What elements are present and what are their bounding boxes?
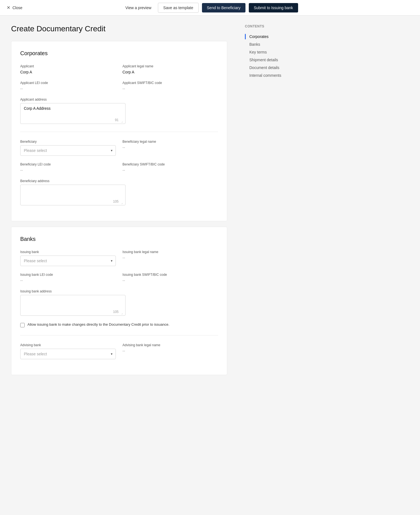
applicant-legal-name-value: Corp A (122, 70, 218, 74)
advising-bank-select-wrapper: Please select ▾ (20, 349, 116, 359)
issuing-bank-changes-checkbox[interactable] (20, 323, 25, 327)
applicant-swift-field: Applicant SWIFT/BIC code -- (122, 81, 218, 91)
beneficiary-swift-label: Beneficiary SWIFT/BIC code (122, 162, 218, 166)
advising-bank-legal-name-value: -- (122, 349, 218, 353)
issuing-bank-label: Issuing bank (20, 250, 116, 254)
banks-title: Banks (20, 236, 218, 242)
top-bar: ✕ Close View a preview Save as template … (0, 0, 420, 16)
beneficiary-select-wrapper: Please select ▾ (20, 145, 116, 156)
close-button[interactable]: ✕ Close (7, 5, 22, 10)
applicant-address-textarea[interactable]: Corp A Address (21, 103, 125, 123)
applicant-lei-swift-row: Applicant LEI code -- Applicant SWIFT/BI… (20, 81, 218, 91)
submit-issuing-button[interactable]: Submit to Issuing bank (249, 3, 298, 12)
resize-handle-icon[interactable]: ⌟ (121, 120, 124, 123)
beneficiary-legal-name-label: Beneficiary legal name (122, 140, 218, 144)
issuing-bank-select-wrapper: Please select ▾ (20, 256, 116, 266)
corporates-section: Corporates Applicant Corp A Applicant le… (11, 41, 227, 221)
sidebar-item-key-terms[interactable]: Key terms (245, 48, 293, 56)
top-bar-actions: View a preview Save as template Send to … (122, 3, 298, 13)
banks-section: Banks Issuing bank Please select ▾ Issui… (11, 227, 227, 375)
issuing-bank-swift-value: -- (122, 278, 218, 283)
issuing-bank-changes-label: Allow issuing bank to make changes direc… (27, 322, 169, 327)
sidebar-item-corporates[interactable]: Corporates (245, 33, 293, 40)
beneficiary-swift-value: -- (122, 168, 218, 172)
beneficiary-field: Beneficiary Please select ▾ (20, 140, 116, 156)
beneficiary-lei-value: -- (20, 168, 116, 172)
issuing-bank-lei-swift-row: Issuing bank LEI code -- Issuing bank SW… (20, 273, 218, 283)
banks-divider (20, 335, 218, 335)
applicant-swift-label: Applicant SWIFT/BIC code (122, 81, 218, 85)
beneficiary-address-row: Beneficiary address 105 ⌟ (20, 179, 218, 205)
applicant-address-char-count: 91 (115, 118, 119, 122)
issuing-bank-swift-field: Issuing bank SWIFT/BIC code -- (122, 273, 218, 283)
issuing-bank-legal-name-label: Issuing bank legal name (122, 250, 218, 254)
beneficiary-label: Beneficiary (20, 140, 116, 144)
advising-bank-legal-name-label: Advising bank legal name (122, 343, 218, 347)
issuing-bank-field: Issuing bank Please select ▾ (20, 250, 116, 266)
sidebar: Contents Corporates Banks Key terms Ship… (238, 16, 299, 515)
beneficiary-select[interactable]: Please select (20, 145, 116, 156)
content-area: Create Documentary Credit Corporates App… (0, 16, 238, 515)
main-layout: Create Documentary Credit Corporates App… (0, 16, 420, 515)
sidebar-item-internal-comments[interactable]: Internal comments (245, 72, 293, 79)
applicant-lei-label: Applicant LEI code (20, 81, 116, 85)
issuing-bank-lei-value: -- (20, 278, 116, 283)
close-label: Close (12, 6, 22, 10)
applicant-legal-name-label: Applicant legal name (122, 64, 218, 68)
issuing-bank-address-label: Issuing bank address (20, 289, 218, 293)
applicant-lei-value: -- (20, 86, 116, 91)
issuing-bank-legal-name-field: Issuing bank legal name -- (122, 250, 218, 266)
beneficiary-address-label: Beneficiary address (20, 179, 218, 183)
issuing-bank-lei-label: Issuing bank LEI code (20, 273, 116, 277)
issuing-bank-address-textarea[interactable] (21, 295, 125, 315)
beneficiary-row: Beneficiary Please select ▾ Beneficiary … (20, 140, 218, 156)
beneficiary-legal-name-value: -- (122, 145, 218, 150)
issuing-bank-address-textarea-wrapper: 105 ⌟ (20, 295, 126, 316)
beneficiary-swift-field: Beneficiary SWIFT/BIC code -- (122, 162, 218, 172)
issuing-bank-address-char-count: 105 (113, 310, 119, 314)
save-template-button[interactable]: Save as template (158, 3, 198, 13)
sidebar-item-shipment-details[interactable]: Shipment details (245, 56, 293, 64)
advising-bank-legal-name-field: Advising bank legal name -- (122, 343, 218, 359)
beneficiary-address-field: Beneficiary address 105 ⌟ (20, 179, 218, 205)
corporates-divider (20, 132, 218, 132)
issuing-bank-swift-label: Issuing bank SWIFT/BIC code (122, 273, 218, 277)
beneficiary-address-textarea[interactable] (21, 185, 125, 204)
advising-bank-field: Advising bank Please select ▾ (20, 343, 116, 359)
applicant-field: Applicant Corp A (20, 64, 116, 74)
corporates-title: Corporates (20, 50, 218, 57)
issuing-bank-select[interactable]: Please select (20, 256, 116, 266)
applicant-value: Corp A (20, 70, 116, 74)
applicant-row: Applicant Corp A Applicant legal name Co… (20, 64, 218, 74)
issuing-bank-address-row: Issuing bank address 105 ⌟ (20, 289, 218, 316)
issuing-bank-lei-field: Issuing bank LEI code -- (20, 273, 116, 283)
advising-bank-select[interactable]: Please select (20, 349, 116, 359)
beneficiary-lei-label: Beneficiary LEI code (20, 162, 116, 166)
issuing-bank-legal-name-value: -- (122, 256, 218, 260)
issuing-bank-address-field: Issuing bank address 105 ⌟ (20, 289, 218, 316)
issuing-bank-row: Issuing bank Please select ▾ Issuing ban… (20, 250, 218, 266)
applicant-lei-field: Applicant LEI code -- (20, 81, 116, 91)
beneficiary-resize-handle-icon[interactable]: ⌟ (121, 201, 124, 204)
beneficiary-address-char-count: 105 (113, 200, 119, 203)
sidebar-item-banks[interactable]: Banks (245, 40, 293, 48)
beneficiary-lei-swift-row: Beneficiary LEI code -- Beneficiary SWIF… (20, 162, 218, 172)
applicant-address-row: Applicant address Corp A Address 91 ⌟ (20, 98, 218, 124)
sidebar-nav: Corporates Banks Key terms Shipment deta… (245, 33, 293, 79)
applicant-address-textarea-wrapper: Corp A Address 91 ⌟ (20, 103, 126, 124)
advising-bank-label: Advising bank (20, 343, 116, 347)
beneficiary-lei-field: Beneficiary LEI code -- (20, 162, 116, 172)
applicant-swift-value: -- (122, 86, 218, 91)
close-icon: ✕ (7, 5, 10, 10)
beneficiary-legal-name-field: Beneficiary legal name -- (122, 140, 218, 156)
applicant-address-label: Applicant address (20, 98, 218, 101)
view-preview-button[interactable]: View a preview (122, 3, 155, 12)
send-beneficiary-button[interactable]: Send to Beneficiary (202, 3, 245, 12)
issuing-bank-resize-handle-icon[interactable]: ⌟ (121, 312, 124, 314)
page-title: Create Documentary Credit (11, 24, 227, 33)
beneficiary-address-textarea-wrapper: 105 ⌟ (20, 185, 126, 205)
applicant-address-field: Applicant address Corp A Address 91 ⌟ (20, 98, 218, 124)
issuing-bank-checkbox-row: Allow issuing bank to make changes direc… (20, 322, 218, 327)
applicant-label: Applicant (20, 64, 116, 68)
sidebar-item-document-details[interactable]: Document details (245, 64, 293, 72)
